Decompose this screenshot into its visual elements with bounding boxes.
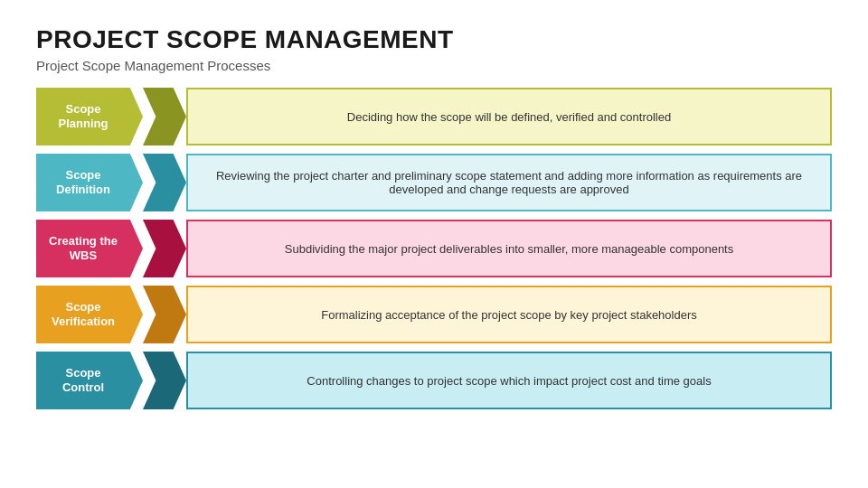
arrow-connector-2 — [143, 154, 186, 211]
process-row-5: Scope Control Controlling changes to pro… — [36, 352, 832, 409]
desc-box-1: Deciding how the scope will be defined, … — [186, 88, 832, 145]
arrow-connector-1 — [143, 88, 186, 145]
process-row-3: Creating the WBS Subdividing the major p… — [36, 220, 832, 277]
label-box-3: Creating the WBS — [36, 220, 143, 277]
arrow-connector-4 — [143, 286, 186, 343]
label-box-5: Scope Control — [36, 352, 143, 409]
rows-container: Scope Planning Deciding how the scope wi… — [36, 88, 832, 409]
label-text-1: Scope Planning — [59, 102, 108, 132]
desc-box-5: Controlling changes to project scope whi… — [186, 352, 832, 409]
arrow-connector-3 — [143, 220, 186, 277]
label-text-5: Scope Control — [62, 366, 104, 396]
desc-box-3: Subdividing the major project deliverabl… — [186, 220, 832, 277]
desc-box-2: Reviewing the project charter and prelim… — [186, 154, 832, 211]
sub-title: Project Scope Management Processes — [36, 58, 832, 73]
label-text-2: Scope Definition — [56, 168, 110, 198]
label-box-2: Scope Definition — [36, 154, 143, 211]
label-text-3: Creating the WBS — [49, 234, 118, 264]
label-box-1: Scope Planning — [36, 88, 143, 145]
process-row-4: Scope Verification Formalizing acceptanc… — [36, 286, 832, 343]
arrow-connector-5 — [143, 352, 186, 409]
desc-box-4: Formalizing acceptance of the project sc… — [186, 286, 832, 343]
label-text-4: Scope Verification — [52, 300, 115, 330]
label-box-4: Scope Verification — [36, 286, 143, 343]
process-row-1: Scope Planning Deciding how the scope wi… — [36, 88, 832, 145]
slide: PROJECT SCOPE MANAGEMENT Project Scope M… — [0, 0, 868, 488]
process-row-2: Scope Definition Reviewing the project c… — [36, 154, 832, 211]
main-title: PROJECT SCOPE MANAGEMENT — [36, 25, 832, 54]
